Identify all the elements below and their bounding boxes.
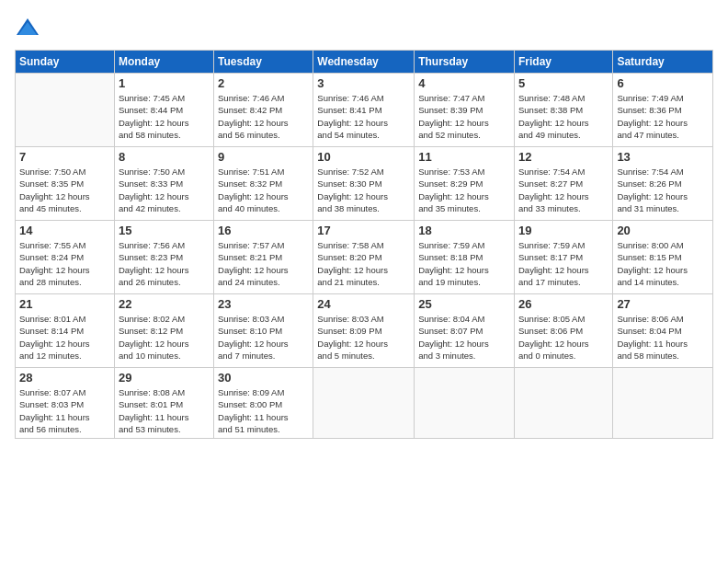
day-info: Sunrise: 8:01 AM Sunset: 8:14 PM Dayligh… [19, 313, 110, 362]
day-number: 27 [617, 297, 709, 311]
calendar-cell: 28Sunrise: 8:07 AM Sunset: 8:03 PM Dayli… [16, 368, 115, 439]
calendar-cell: 2Sunrise: 7:46 AM Sunset: 8:42 PM Daylig… [214, 74, 313, 147]
day-info: Sunrise: 7:54 AM Sunset: 8:27 PM Dayligh… [518, 166, 609, 214]
calendar-header-saturday: Saturday [613, 51, 713, 74]
day-number: 28 [19, 371, 110, 385]
day-info: Sunrise: 7:53 AM Sunset: 8:29 PM Dayligh… [418, 166, 510, 214]
calendar-cell: 5Sunrise: 7:48 AM Sunset: 8:38 PM Daylig… [514, 74, 612, 147]
day-number: 4 [418, 76, 510, 90]
calendar-cell: 19Sunrise: 7:59 AM Sunset: 8:17 PM Dayli… [514, 221, 612, 294]
day-number: 7 [19, 150, 110, 164]
calendar-cell: 18Sunrise: 7:59 AM Sunset: 8:18 PM Dayli… [415, 221, 515, 294]
calendar-week-4: 21Sunrise: 8:01 AM Sunset: 8:14 PM Dayli… [16, 294, 713, 368]
calendar-cell: 13Sunrise: 7:54 AM Sunset: 8:26 PM Dayli… [613, 147, 713, 221]
day-number: 15 [119, 224, 210, 237]
day-number: 5 [518, 76, 609, 90]
day-info: Sunrise: 8:02 AM Sunset: 8:12 PM Dayligh… [119, 313, 210, 362]
header [15, 15, 713, 40]
day-info: Sunrise: 7:51 AM Sunset: 8:32 PM Dayligh… [218, 166, 309, 214]
calendar-cell: 11Sunrise: 7:53 AM Sunset: 8:29 PM Dayli… [415, 147, 515, 221]
calendar-header-row: SundayMondayTuesdayWednesdayThursdayFrid… [16, 51, 713, 74]
calendar-cell: 30Sunrise: 8:09 AM Sunset: 8:00 PM Dayli… [214, 368, 313, 439]
day-info: Sunrise: 7:50 AM Sunset: 8:33 PM Dayligh… [119, 166, 210, 214]
day-info: Sunrise: 8:05 AM Sunset: 8:06 PM Dayligh… [518, 313, 609, 362]
day-number: 10 [317, 150, 410, 164]
day-number: 19 [518, 224, 609, 237]
calendar-cell: 22Sunrise: 8:02 AM Sunset: 8:12 PM Dayli… [114, 294, 213, 368]
calendar-cell [313, 368, 415, 439]
day-info: Sunrise: 7:56 AM Sunset: 8:23 PM Dayligh… [119, 239, 210, 288]
day-number: 13 [617, 150, 709, 164]
calendar-week-2: 7Sunrise: 7:50 AM Sunset: 8:35 PM Daylig… [16, 147, 713, 221]
day-info: Sunrise: 7:54 AM Sunset: 8:26 PM Dayligh… [617, 166, 709, 214]
day-info: Sunrise: 7:57 AM Sunset: 8:21 PM Dayligh… [218, 239, 309, 288]
day-info: Sunrise: 7:55 AM Sunset: 8:24 PM Dayligh… [19, 239, 110, 288]
calendar-cell: 14Sunrise: 7:55 AM Sunset: 8:24 PM Dayli… [16, 221, 115, 294]
calendar-cell: 25Sunrise: 8:04 AM Sunset: 8:07 PM Dayli… [415, 294, 515, 368]
day-number: 23 [218, 297, 309, 311]
day-info: Sunrise: 7:46 AM Sunset: 8:41 PM Dayligh… [317, 92, 410, 141]
calendar-week-1: 1Sunrise: 7:45 AM Sunset: 8:44 PM Daylig… [16, 74, 713, 147]
day-info: Sunrise: 7:46 AM Sunset: 8:42 PM Dayligh… [218, 92, 309, 141]
day-info: Sunrise: 7:52 AM Sunset: 8:30 PM Dayligh… [317, 166, 410, 214]
day-number: 6 [617, 76, 709, 90]
calendar-header-thursday: Thursday [415, 51, 515, 74]
calendar-cell: 29Sunrise: 8:08 AM Sunset: 8:01 PM Dayli… [114, 368, 213, 439]
day-info: Sunrise: 7:50 AM Sunset: 8:35 PM Dayligh… [19, 166, 110, 214]
day-number: 22 [119, 297, 210, 311]
day-info: Sunrise: 7:49 AM Sunset: 8:36 PM Dayligh… [617, 92, 709, 141]
calendar-header-friday: Friday [514, 51, 612, 74]
day-info: Sunrise: 7:58 AM Sunset: 8:20 PM Dayligh… [317, 239, 410, 288]
day-number: 11 [418, 150, 510, 164]
calendar-cell [613, 368, 713, 439]
calendar-cell: 4Sunrise: 7:47 AM Sunset: 8:39 PM Daylig… [415, 74, 515, 147]
calendar-cell: 15Sunrise: 7:56 AM Sunset: 8:23 PM Dayli… [114, 221, 213, 294]
day-info: Sunrise: 8:03 AM Sunset: 8:09 PM Dayligh… [317, 313, 410, 362]
day-info: Sunrise: 8:07 AM Sunset: 8:03 PM Dayligh… [19, 386, 110, 435]
calendar-header-tuesday: Tuesday [214, 51, 313, 74]
calendar-cell: 16Sunrise: 7:57 AM Sunset: 8:21 PM Dayli… [214, 221, 313, 294]
calendar-week-5: 28Sunrise: 8:07 AM Sunset: 8:03 PM Dayli… [16, 368, 713, 439]
calendar-cell: 21Sunrise: 8:01 AM Sunset: 8:14 PM Dayli… [16, 294, 115, 368]
page: SundayMondayTuesdayWednesdayThursdayFrid… [0, 0, 728, 563]
calendar-cell: 3Sunrise: 7:46 AM Sunset: 8:41 PM Daylig… [313, 74, 415, 147]
day-number: 21 [19, 297, 110, 311]
day-info: Sunrise: 8:06 AM Sunset: 8:04 PM Dayligh… [617, 313, 709, 362]
day-info: Sunrise: 8:08 AM Sunset: 8:01 PM Dayligh… [119, 386, 210, 435]
day-number: 24 [317, 297, 410, 311]
day-number: 25 [418, 297, 510, 311]
day-number: 3 [317, 76, 410, 90]
day-number: 2 [218, 76, 309, 90]
day-number: 1 [119, 76, 210, 90]
calendar-cell: 23Sunrise: 8:03 AM Sunset: 8:10 PM Dayli… [214, 294, 313, 368]
calendar-header-wednesday: Wednesday [313, 51, 415, 74]
day-info: Sunrise: 7:59 AM Sunset: 8:18 PM Dayligh… [418, 239, 510, 288]
calendar-header-monday: Monday [114, 51, 213, 74]
day-info: Sunrise: 7:45 AM Sunset: 8:44 PM Dayligh… [119, 92, 210, 141]
day-number: 12 [518, 150, 609, 164]
day-number: 14 [19, 224, 110, 237]
day-info: Sunrise: 7:47 AM Sunset: 8:39 PM Dayligh… [418, 92, 510, 141]
day-number: 30 [218, 371, 309, 385]
calendar-cell: 27Sunrise: 8:06 AM Sunset: 8:04 PM Dayli… [613, 294, 713, 368]
calendar-cell: 8Sunrise: 7:50 AM Sunset: 8:33 PM Daylig… [114, 147, 213, 221]
calendar-cell: 24Sunrise: 8:03 AM Sunset: 8:09 PM Dayli… [313, 294, 415, 368]
calendar-cell: 26Sunrise: 8:05 AM Sunset: 8:06 PM Dayli… [514, 294, 612, 368]
day-info: Sunrise: 7:48 AM Sunset: 8:38 PM Dayligh… [518, 92, 609, 141]
calendar-cell: 10Sunrise: 7:52 AM Sunset: 8:30 PM Dayli… [313, 147, 415, 221]
calendar-cell: 1Sunrise: 7:45 AM Sunset: 8:44 PM Daylig… [114, 74, 213, 147]
day-number: 8 [119, 150, 210, 164]
day-number: 29 [119, 371, 210, 385]
calendar: SundayMondayTuesdayWednesdayThursdayFrid… [15, 50, 713, 439]
day-number: 20 [617, 224, 709, 237]
day-info: Sunrise: 8:00 AM Sunset: 8:15 PM Dayligh… [617, 239, 709, 288]
calendar-week-3: 14Sunrise: 7:55 AM Sunset: 8:24 PM Dayli… [16, 221, 713, 294]
calendar-cell [16, 74, 115, 147]
calendar-cell: 17Sunrise: 7:58 AM Sunset: 8:20 PM Dayli… [313, 221, 415, 294]
calendar-cell: 20Sunrise: 8:00 AM Sunset: 8:15 PM Dayli… [613, 221, 713, 294]
day-info: Sunrise: 7:59 AM Sunset: 8:17 PM Dayligh… [518, 239, 609, 288]
day-number: 17 [317, 224, 410, 237]
calendar-cell [415, 368, 515, 439]
calendar-cell: 7Sunrise: 7:50 AM Sunset: 8:35 PM Daylig… [16, 147, 115, 221]
day-number: 16 [218, 224, 309, 237]
